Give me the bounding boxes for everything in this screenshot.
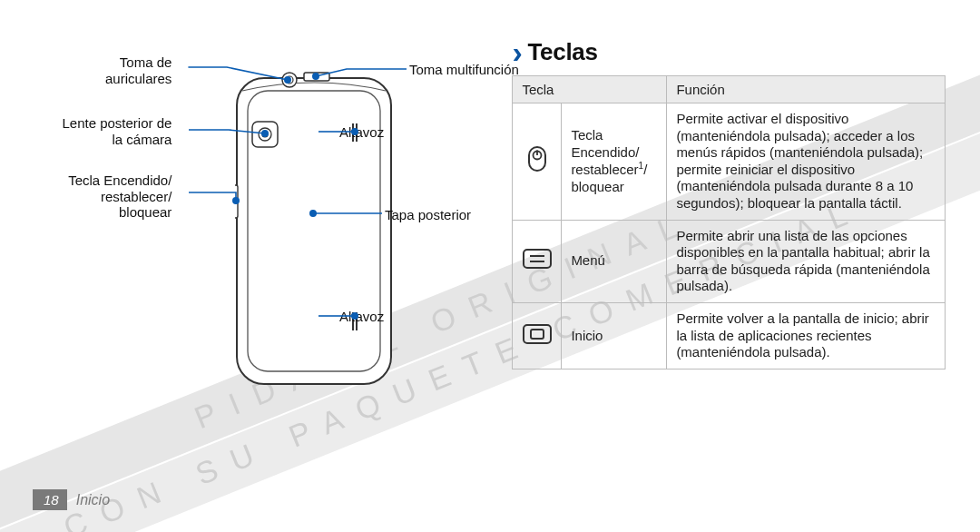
keys-section: › Teclas Tecla Función — [512, 36, 946, 532]
key-function: Permite activar el dispositivo (mantenié… — [667, 103, 946, 221]
svg-rect-9 — [252, 122, 278, 147]
svg-point-6 — [282, 73, 297, 87]
label-speaker-bottom: Altavoz — [339, 309, 384, 325]
table-header-key: Tecla — [513, 76, 667, 103]
device-diagram: Toma deauriculares Toma multifunción Len… — [34, 36, 512, 532]
power-key-icon — [513, 103, 562, 221]
table-row: Tecla Encendido/ restablecer1/ bloquear … — [513, 103, 946, 221]
table-row: Menú Permite abrir una lista de las opci… — [513, 220, 946, 302]
key-name: Tecla Encendido/ restablecer1/ bloquear — [562, 103, 667, 221]
menu-key-icon — [513, 220, 562, 302]
svg-rect-14 — [235, 185, 238, 218]
label-multipurpose-jack: Toma multifunción — [409, 62, 519, 78]
label-back-cover: Tapa posterior — [385, 207, 471, 223]
page: Toma deauriculares Toma multifunción Len… — [0, 0, 980, 532]
svg-rect-8 — [304, 73, 329, 81]
label-speaker-top: Altavoz — [339, 124, 384, 141]
label-rear-lens: Lente posterior dela cámara — [62, 115, 172, 147]
keys-table: Tecla Función — [512, 75, 946, 369]
section-title: › Teclas — [512, 38, 946, 66]
key-name: Menú — [562, 220, 667, 302]
label-headphone-jack: Toma deauriculares — [105, 54, 172, 86]
label-power-key: Tecla Encendido/restablecer/bloquear — [68, 172, 172, 221]
svg-rect-29 — [524, 250, 551, 268]
svg-rect-32 — [524, 325, 551, 343]
table-row: Inicio Permite volver a la pantalla de i… — [513, 302, 946, 369]
svg-rect-33 — [531, 330, 544, 339]
key-name: Inicio — [562, 302, 667, 369]
table-header-function: Función — [667, 76, 946, 103]
device-outline — [235, 67, 393, 389]
key-function: Permite abrir una lista de las opciones … — [667, 220, 946, 302]
home-key-icon — [513, 302, 562, 369]
key-function: Permite volver a la pantalla de inicio; … — [667, 302, 946, 369]
